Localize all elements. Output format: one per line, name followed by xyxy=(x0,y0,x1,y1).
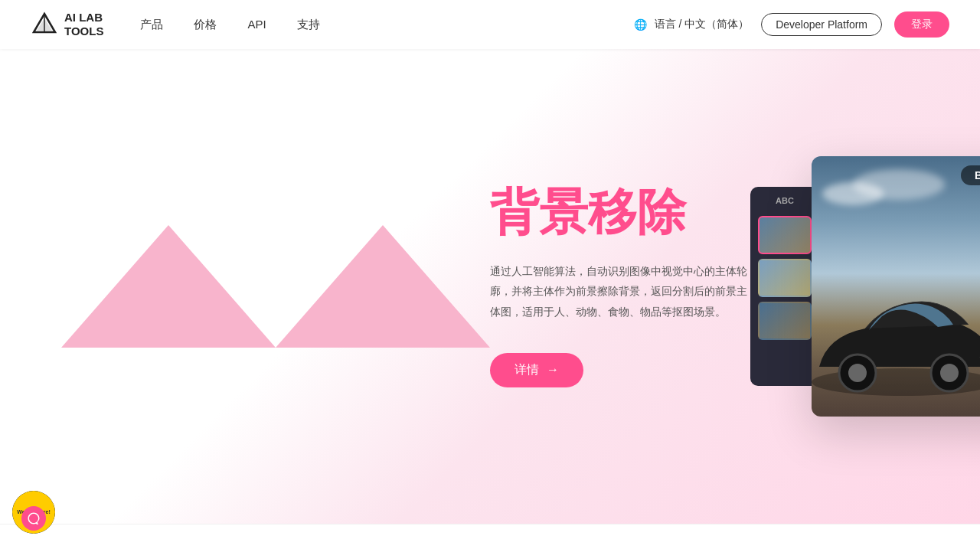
developer-platform-button[interactable]: Developer Platform xyxy=(761,13,882,36)
hero-section: 背景移除 通过人工智能算法，自动识别图像中视觉中心的主体轮廓，并将主体作为前景擦… xyxy=(0,49,980,524)
car-before-svg xyxy=(812,283,980,405)
panel-abc-label: ABC xyxy=(776,196,794,205)
footer-title: 产品 xyxy=(61,546,116,549)
nav-api[interactable]: API xyxy=(247,18,266,32)
triangle-decor-left xyxy=(61,225,276,348)
chat-icon xyxy=(21,506,46,531)
navbar-right: 🌐 语言 / 中文（简体） Developer Platform 登录 xyxy=(634,11,950,38)
hero-description: 通过人工智能算法，自动识别图像中视觉中心的主体轮廓，并将主体作为前景擦除背景，返… xyxy=(490,261,750,322)
chat-widget[interactable]: We Are Here! xyxy=(12,491,55,534)
login-button[interactable]: 登录 xyxy=(894,11,949,38)
panel-left: ABC xyxy=(750,187,819,386)
nav-links: 产品 价格 API 支持 xyxy=(140,18,319,32)
triangle-decor-right xyxy=(276,225,490,348)
before-after-labels: Before After xyxy=(961,165,980,185)
language-button[interactable]: 🌐 语言 / 中文（简体） xyxy=(634,18,750,31)
nav-support[interactable]: 支持 xyxy=(297,18,320,32)
demo-before xyxy=(812,156,980,417)
panel-thumb-1[interactable] xyxy=(758,216,812,254)
svg-point-5 xyxy=(848,364,867,382)
language-label: 语言 / 中文（简体） xyxy=(655,18,750,31)
logo[interactable]: AI LAB TOOLS xyxy=(31,11,103,38)
nav-pricing[interactable]: 价格 xyxy=(194,18,217,32)
panel-thumb-2[interactable] xyxy=(758,259,812,297)
demo-image: ◀▶ xyxy=(812,156,980,417)
svg-point-7 xyxy=(940,364,959,382)
hero-right: ABC Before After xyxy=(812,133,980,440)
nav-products[interactable]: 产品 xyxy=(140,18,163,32)
navbar-left: AI LAB TOOLS 产品 价格 API 支持 xyxy=(31,11,320,38)
logo-text: AI LAB TOOLS xyxy=(64,11,103,38)
globe-icon: 🌐 xyxy=(634,18,647,31)
before-label: Before xyxy=(961,165,980,185)
navbar: AI LAB TOOLS 产品 价格 API 支持 🌐 语言 / 中文（简体） … xyxy=(0,0,980,49)
panel-thumb-3[interactable] xyxy=(758,302,812,340)
footer-bar: 产品 图像AI 人像AI 背景移除AI xyxy=(0,524,980,549)
ailab-logo-icon xyxy=(31,11,58,38)
demo-card: Before After xyxy=(812,156,980,417)
arrow-right-icon: → xyxy=(547,363,559,377)
detail-button[interactable]: 详情 → xyxy=(490,353,583,387)
detail-button-label: 详情 xyxy=(514,362,539,378)
